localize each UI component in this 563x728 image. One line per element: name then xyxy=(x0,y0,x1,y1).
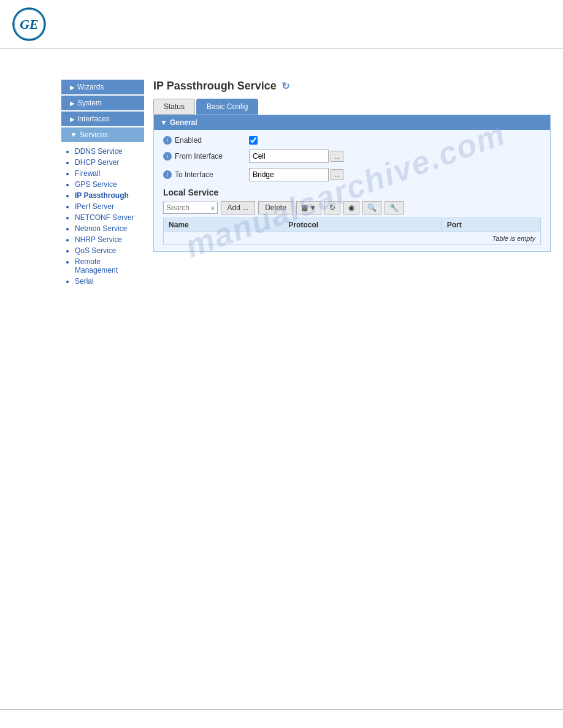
enabled-checkbox[interactable] xyxy=(249,136,258,145)
tab-basic-config[interactable]: Basic Config xyxy=(196,99,258,115)
col-header-name: Name xyxy=(164,218,283,232)
label-text-enabled: Enabled xyxy=(175,136,202,145)
config-header-label: General xyxy=(170,118,197,127)
svg-text:GE: GE xyxy=(20,17,39,32)
info-icon-enabled[interactable]: i xyxy=(163,136,172,145)
form-input-to-interface: ... xyxy=(249,168,343,181)
refresh-table-btn[interactable]: ↻ xyxy=(324,201,340,214)
sidebar-item-label: System xyxy=(77,99,102,107)
from-interface-browse-btn[interactable]: ... xyxy=(331,151,343,162)
tabs: Status Basic Config xyxy=(153,99,551,115)
panel-title-text: IP Passthrough Service xyxy=(153,80,277,93)
ge-logo-icon: GE xyxy=(12,7,46,41)
arrow-icon: ▼ xyxy=(70,131,77,139)
panel: IP Passthrough Service ↻ Status Basic Co… xyxy=(144,80,551,289)
sidebar: ▶ Wizards ▶ System ▶ Interfaces ▼ Servic… xyxy=(61,80,144,289)
refresh-icon[interactable]: ↻ xyxy=(282,80,289,92)
arrow-icon: ▶ xyxy=(70,100,75,107)
panel-title: IP Passthrough Service ↻ xyxy=(153,80,551,93)
form-input-enabled xyxy=(249,136,258,145)
chart-icon-btn[interactable]: ▩ ▼ xyxy=(296,201,321,214)
arrow-icon: ▶ xyxy=(70,84,75,91)
config-header: ▼ General xyxy=(154,115,550,130)
eye-btn[interactable]: ◉ xyxy=(343,201,359,214)
sidebar-subitem-qos[interactable]: QoS Service xyxy=(75,245,140,256)
header: GE xyxy=(0,0,563,49)
add-button[interactable]: Add ... xyxy=(221,201,256,214)
sidebar-subitem-serial[interactable]: Serial xyxy=(75,276,140,287)
eye-icon: ◉ xyxy=(348,203,354,212)
sidebar-subitem-gps[interactable]: GPS Service xyxy=(75,179,140,190)
local-service-table: Name Protocol Port Table is empty xyxy=(163,218,541,245)
to-interface-input[interactable] xyxy=(249,168,329,181)
layout: ▶ Wizards ▶ System ▶ Interfaces ▼ Servic… xyxy=(61,80,551,289)
tab-status[interactable]: Status xyxy=(153,99,195,115)
search-box: x xyxy=(163,202,218,214)
config-box: ▼ General i Enabled xyxy=(153,115,551,252)
sidebar-item-label: Wizards xyxy=(77,83,104,91)
from-interface-input[interactable] xyxy=(249,150,329,163)
form-input-from-interface: ... xyxy=(249,150,343,163)
bottom-rule xyxy=(0,709,563,710)
sidebar-item-interfaces[interactable]: ▶ Interfaces xyxy=(61,112,144,126)
search-clear-icon[interactable]: x xyxy=(211,204,215,211)
sidebar-item-label: Interfaces xyxy=(77,115,110,123)
col-header-port: Port xyxy=(442,218,540,232)
arrow-icon: ▶ xyxy=(70,116,75,123)
info-icon-from-interface[interactable]: i xyxy=(163,152,172,161)
search-input[interactable] xyxy=(166,203,209,212)
search-table-btn[interactable]: 🔍 xyxy=(362,201,381,214)
sidebar-subitem-ddns[interactable]: DDNS Service xyxy=(75,146,140,157)
main-content: ▶ Wizards ▶ System ▶ Interfaces ▼ Servic… xyxy=(0,61,563,301)
to-interface-browse-btn[interactable]: ... xyxy=(331,169,343,180)
form-label-from-interface: i From Interface xyxy=(163,152,243,161)
sidebar-subitem-ip-passthrough[interactable]: IP Passthrough xyxy=(75,190,140,201)
form-row-to-interface: i To Interface ... xyxy=(163,168,541,181)
sidebar-subitem-nhrp[interactable]: NHRP Service xyxy=(75,234,140,245)
delete-button[interactable]: Delete xyxy=(258,201,293,214)
form-label-to-interface: i To Interface xyxy=(163,170,243,179)
label-text-from-interface: From Interface xyxy=(175,152,223,161)
settings-btn[interactable]: 🔧 xyxy=(385,201,404,214)
form-label-enabled: i Enabled xyxy=(163,136,243,145)
sidebar-item-label: Services xyxy=(80,131,108,139)
search-icon: 🔍 xyxy=(367,203,377,212)
sidebar-subitem-dhcp[interactable]: DHCP Server xyxy=(75,157,140,168)
sidebar-item-wizards[interactable]: ▶ Wizards xyxy=(61,80,144,94)
label-text-to-interface: To Interface xyxy=(175,170,213,179)
sidebar-subitem-netmon[interactable]: Netmon Service xyxy=(75,223,140,234)
sidebar-item-system[interactable]: ▶ System xyxy=(61,96,144,110)
config-body: i Enabled i From Interface xyxy=(154,130,550,251)
config-header-arrow: ▼ xyxy=(160,118,167,127)
sidebar-item-services[interactable]: ▼ Services xyxy=(61,127,144,142)
info-icon-to-interface[interactable]: i xyxy=(163,170,172,179)
sidebar-subitems: DDNS Service DHCP Server Firewall GPS Se… xyxy=(61,143,144,289)
sidebar-subitem-remote-mgmt[interactable]: Remote Management xyxy=(75,256,140,276)
form-row-enabled: i Enabled xyxy=(163,136,541,145)
sidebar-subitem-firewall[interactable]: Firewall xyxy=(75,168,140,179)
chart-icon: ▩ xyxy=(301,203,308,212)
table-empty-row: Table is empty xyxy=(164,232,541,245)
table-empty-message: Table is empty xyxy=(164,232,541,245)
sidebar-subitem-netconf[interactable]: NETCONF Server xyxy=(75,212,140,223)
local-service-title: Local Service xyxy=(163,188,541,197)
refresh-table-icon: ↻ xyxy=(329,203,335,212)
wrench-icon: 🔧 xyxy=(389,203,399,212)
local-service-toolbar: x Add ... Delete ▩ ▼ ↻ ◉ xyxy=(163,201,541,214)
col-header-protocol: Protocol xyxy=(283,218,442,232)
chart-dropdown-arrow: ▼ xyxy=(309,203,316,212)
form-row-from-interface: i From Interface ... xyxy=(163,150,541,163)
sidebar-subitem-iperf[interactable]: IPerf Server xyxy=(75,201,140,212)
